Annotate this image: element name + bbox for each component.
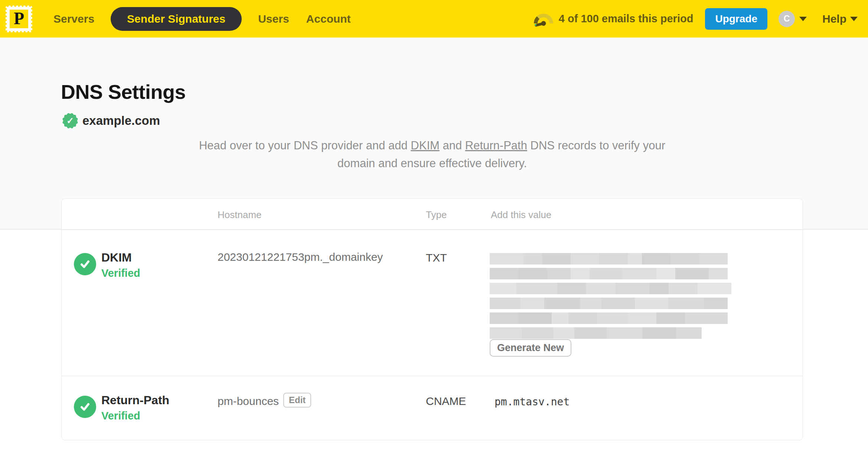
header-divider: [62, 229, 803, 230]
description-prefix: Head over to your DNS provider and add: [199, 139, 411, 152]
generate-new-button[interactable]: Generate New: [490, 339, 571, 357]
description-text: Head over to your DNS provider and add D…: [61, 137, 803, 172]
help-label: Help: [822, 13, 846, 25]
nav-item-account[interactable]: Account: [306, 13, 352, 25]
column-header-value: Add this value: [491, 209, 551, 221]
gauge-icon: [533, 10, 554, 28]
row-divider: [62, 376, 803, 376]
record-hostname: 20230121221753pm._domainkey: [218, 251, 383, 263]
return-path-link[interactable]: Return-Path: [465, 139, 527, 152]
primary-nav: Servers Sender Signatures Users Account: [53, 7, 352, 31]
redacted-value-bar: [490, 312, 728, 324]
status-badge: Verified: [101, 410, 140, 422]
column-header-hostname: Hostname: [218, 209, 262, 221]
nav-item-users[interactable]: Users: [257, 13, 290, 25]
dkim-link[interactable]: DKIM: [411, 139, 440, 152]
page-title: DNS Settings: [61, 80, 186, 103]
top-navbar: P Servers Sender Signatures Users Accoun…: [0, 0, 868, 38]
nav-item-servers[interactable]: Servers: [53, 13, 95, 25]
redacted-value-bar: [490, 298, 728, 309]
nav-item-sender-signatures[interactable]: Sender Signatures: [111, 7, 242, 31]
record-value: pm.mtasv.net: [495, 396, 570, 408]
account-menu-button[interactable]: C: [779, 11, 807, 27]
redacted-value-bar: [490, 268, 728, 279]
redacted-value-bar: [490, 327, 702, 339]
postmark-logo[interactable]: P: [6, 6, 32, 32]
upgrade-button[interactable]: Upgrade: [705, 8, 767, 30]
chevron-down-icon: [850, 17, 858, 21]
status-badge: Verified: [101, 267, 140, 279]
dns-settings-page: P Servers Sender Signatures Users Accoun…: [0, 0, 868, 454]
column-header-type: Type: [426, 209, 447, 221]
verified-seal-icon: ✓: [62, 112, 79, 129]
check-circle-icon: [74, 253, 96, 275]
check-circle-icon: [74, 396, 96, 418]
record-type: TXT: [426, 252, 447, 264]
redacted-value-bar: [490, 283, 731, 294]
record-type: CNAME: [426, 395, 466, 408]
redacted-value-bar: [490, 253, 728, 265]
record-name: DKIM: [101, 251, 132, 265]
record-name: Return-Path: [101, 393, 169, 407]
usage-text: 4 of 100 emails this period: [559, 13, 694, 25]
navbar-right: 4 of 100 emails this period Upgrade C He…: [533, 8, 858, 30]
domain-name: example.com: [82, 114, 160, 128]
avatar: C: [779, 11, 795, 27]
verified-domain: ✓ example.com: [62, 112, 160, 129]
edit-hostname-button[interactable]: Edit: [283, 393, 311, 408]
postmark-logo-letter: P: [14, 10, 24, 27]
record-hostname: pm-bounces: [218, 395, 279, 408]
description-middle: and: [440, 139, 465, 152]
usage-meter-link[interactable]: 4 of 100 emails this period: [533, 10, 694, 28]
postmark-logo-inner: P: [10, 10, 28, 28]
dns-records-card: Hostname Type Add this value DKIM Verifi…: [61, 198, 803, 440]
check-icon: ✓: [62, 112, 79, 129]
redacted-dkim-value: [490, 253, 730, 342]
help-menu-button[interactable]: Help: [822, 13, 858, 25]
chevron-down-icon: [799, 17, 807, 21]
